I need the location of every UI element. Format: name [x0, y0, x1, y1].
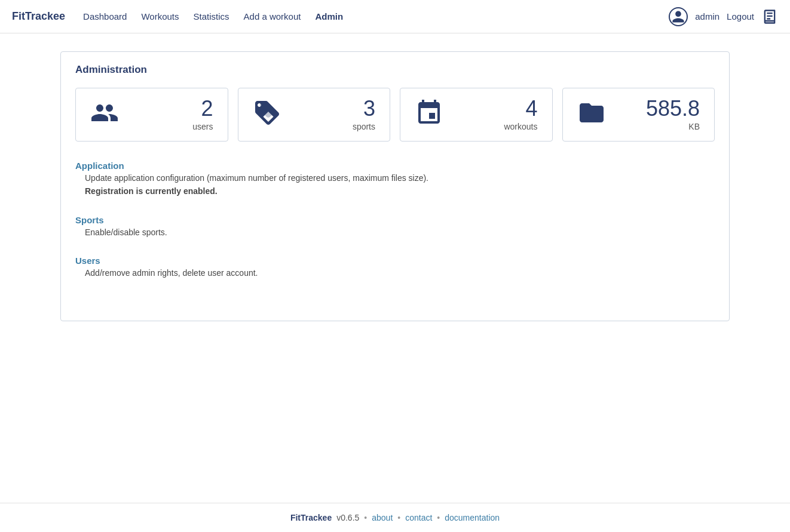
sports-link[interactable]: Sports — [75, 215, 104, 225]
section-users: Users Add/remove admin rights, delete us… — [75, 256, 715, 279]
workouts-label: workouts — [504, 122, 537, 131]
calendar-icon — [415, 99, 443, 131]
navbar: FitTrackee Dashboard Workouts Statistics… — [0, 0, 790, 33]
stat-card-storage: 585.8 KB — [562, 88, 715, 142]
stat-card-workouts: 4 workouts — [400, 88, 553, 142]
section-sports: Sports Enable/disable sports. — [75, 215, 715, 239]
sports-label: sports — [353, 122, 375, 131]
footer-dot-2: • — [397, 513, 400, 522]
users-desc: Add/remove admin rights, delete user acc… — [85, 266, 715, 279]
nav-link-admin[interactable]: Admin — [315, 11, 343, 21]
nav-link-workouts[interactable]: Workouts — [141, 11, 179, 21]
application-desc: Update application configuration (maximu… — [85, 171, 715, 198]
users-count: 2 — [192, 98, 213, 119]
stat-sports-value: 3 sports — [353, 98, 375, 131]
application-link[interactable]: Application — [75, 161, 124, 171]
footer-brand: FitTrackee — [290, 513, 332, 522]
documentation-icon[interactable] — [761, 8, 778, 25]
nav-link-dashboard[interactable]: Dashboard — [83, 11, 127, 21]
footer-dot-1: • — [364, 513, 367, 522]
admin-panel: Administration 2 users 3 sp — [60, 51, 730, 321]
stat-storage-value: 585.8 KB — [646, 98, 700, 131]
stat-cards: 2 users 3 sports 4 — [75, 88, 715, 142]
nav-link-statistics[interactable]: Statistics — [194, 11, 229, 21]
workouts-count: 4 — [504, 98, 537, 119]
nav-links: Dashboard Workouts Statistics Add a work… — [83, 11, 669, 21]
stat-workouts-value: 4 workouts — [504, 98, 537, 131]
footer-link-contact[interactable]: contact — [405, 513, 432, 522]
users-icon — [90, 99, 119, 131]
nav-brand[interactable]: FitTrackee — [12, 10, 65, 23]
nav-right: admin Logout — [669, 7, 778, 26]
nav-link-add-workout[interactable]: Add a workout — [244, 11, 301, 21]
avatar[interactable] — [669, 7, 688, 26]
footer-version: v0.6.5 — [336, 513, 359, 522]
footer-link-about[interactable]: about — [372, 513, 393, 522]
user-circle-icon — [671, 10, 685, 24]
storage-label: KB — [646, 122, 700, 131]
folder-icon — [577, 99, 606, 131]
section-application: Application Update application configura… — [75, 161, 715, 198]
users-link[interactable]: Users — [75, 256, 100, 266]
storage-size: 585.8 — [646, 98, 700, 119]
stat-card-users: 2 users — [75, 88, 228, 142]
users-label: users — [192, 122, 213, 131]
main-content: Administration 2 users 3 sp — [0, 33, 790, 503]
stat-users-value: 2 users — [192, 98, 213, 131]
stat-card-sports: 3 sports — [238, 88, 391, 142]
footer: FitTrackee v0.6.5 • about • contact • do… — [0, 503, 790, 532]
footer-link-documentation[interactable]: documentation — [445, 513, 500, 522]
sports-count: 3 — [353, 98, 375, 119]
sports-desc: Enable/disable sports. — [85, 226, 715, 239]
tags-icon — [253, 99, 281, 131]
admin-panel-title: Administration — [75, 64, 715, 76]
footer-dot-3: • — [437, 513, 440, 522]
nav-logout-button[interactable]: Logout — [727, 11, 754, 21]
nav-username[interactable]: admin — [695, 11, 719, 21]
